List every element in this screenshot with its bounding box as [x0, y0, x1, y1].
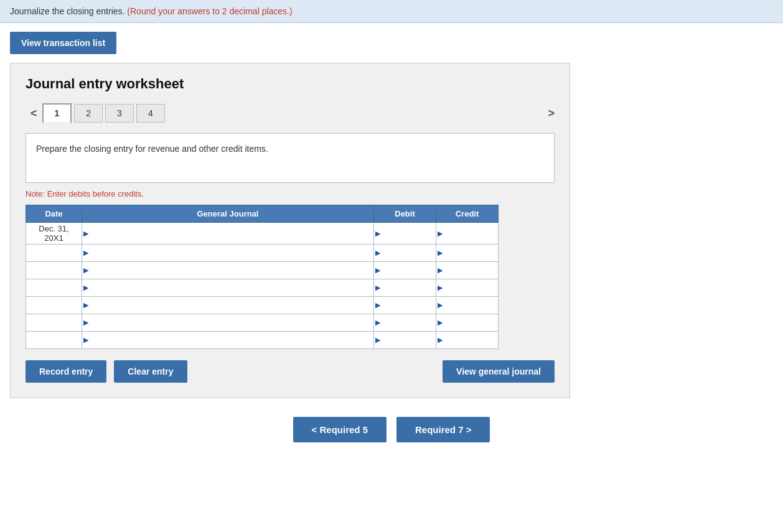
journal-input-2[interactable]: [90, 262, 372, 279]
tab-1[interactable]: 1: [42, 103, 72, 123]
credit-input-5[interactable]: [444, 314, 497, 331]
expand-arrow-journal-5[interactable]: ▶: [83, 319, 88, 327]
debit-cell-3[interactable]: ▶: [374, 279, 436, 297]
debit-cell-6[interactable]: ▶: [374, 332, 436, 349]
instruction-main: Journalize the closing entries.: [10, 6, 124, 16]
credit-input-4[interactable]: [444, 297, 497, 314]
expand-arrow-credit-1[interactable]: ▶: [438, 249, 443, 257]
credit-input-2[interactable]: [444, 262, 497, 279]
journal-input-5[interactable]: [90, 314, 372, 331]
date-cell-4: [26, 297, 82, 314]
credit-cell-1[interactable]: ▶: [436, 245, 499, 262]
credit-cell-6[interactable]: ▶: [436, 332, 499, 349]
table-row: ▶▶▶: [26, 245, 499, 262]
tab-2[interactable]: 2: [74, 104, 103, 123]
credit-cell-3[interactable]: ▶: [436, 279, 499, 297]
debit-input-0[interactable]: [382, 223, 434, 244]
debit-cell-2[interactable]: ▶: [374, 262, 436, 279]
expand-arrow-credit-5[interactable]: ▶: [438, 319, 443, 327]
expand-arrow-credit-2[interactable]: ▶: [438, 266, 443, 274]
journal-input-0[interactable]: [90, 223, 372, 244]
debit-cell-4[interactable]: ▶: [374, 297, 436, 314]
tab-4[interactable]: 4: [136, 104, 165, 123]
debit-input-2[interactable]: [382, 262, 434, 279]
journal-cell-4[interactable]: ▶: [82, 297, 374, 314]
expand-arrow-journal-0[interactable]: ▶: [83, 230, 88, 238]
date-cell-3: [26, 279, 82, 297]
expand-arrow-credit-3[interactable]: ▶: [438, 284, 443, 292]
table-row: ▶▶▶: [26, 314, 499, 332]
debit-input-3[interactable]: [382, 279, 434, 296]
debit-input-5[interactable]: [382, 314, 434, 331]
expand-arrow-journal-2[interactable]: ▶: [83, 266, 88, 274]
journal-input-1[interactable]: [90, 245, 372, 261]
journal-cell-6[interactable]: ▶: [82, 332, 374, 349]
date-cell-2: [26, 262, 82, 279]
credit-input-1[interactable]: [444, 245, 497, 261]
clear-entry-button[interactable]: Clear entry: [114, 360, 187, 383]
record-entry-button[interactable]: Record entry: [26, 360, 106, 383]
expand-arrow-debit-6[interactable]: ▶: [375, 336, 380, 344]
expand-arrow-debit-1[interactable]: ▶: [375, 249, 380, 257]
journal-input-3[interactable]: [90, 279, 372, 296]
expand-arrow-journal-3[interactable]: ▶: [83, 284, 88, 292]
debit-cell-1[interactable]: ▶: [374, 245, 436, 262]
note-text: Note: Enter debits before credits.: [26, 189, 555, 198]
expand-arrow-journal-1[interactable]: ▶: [83, 249, 88, 257]
instruction-text: Prepare the closing entry for revenue an…: [36, 144, 268, 154]
buttons-row: Record entry Clear entry View general jo…: [26, 360, 555, 383]
header-debit: Debit: [374, 205, 436, 223]
date-cell-6: [26, 332, 82, 349]
journal-cell-5[interactable]: ▶: [82, 314, 374, 332]
credit-input-6[interactable]: [444, 332, 497, 348]
expand-arrow-debit-4[interactable]: ▶: [375, 301, 380, 309]
journal-cell-0[interactable]: ▶: [82, 223, 374, 245]
journal-input-4[interactable]: [90, 297, 372, 314]
worksheet-container: Journal entry worksheet < 1 2 3 4 > Prep…: [10, 63, 570, 398]
expand-arrow-credit-4[interactable]: ▶: [438, 301, 443, 309]
view-general-journal-button[interactable]: View general journal: [443, 360, 555, 383]
credit-cell-5[interactable]: ▶: [436, 314, 499, 332]
journal-cell-1[interactable]: ▶: [82, 245, 374, 262]
round-note: (Round your answers to 2 decimal places.…: [127, 6, 292, 16]
debit-cell-5[interactable]: ▶: [374, 314, 436, 332]
credit-cell-4[interactable]: ▶: [436, 297, 499, 314]
table-row: Dec. 31, 20X1▶▶▶: [26, 223, 499, 245]
journal-cell-3[interactable]: ▶: [82, 279, 374, 297]
journal-cell-2[interactable]: ▶: [82, 262, 374, 279]
tab-3[interactable]: 3: [105, 104, 134, 123]
journal-input-6[interactable]: [90, 332, 372, 348]
expand-arrow-debit-2[interactable]: ▶: [375, 266, 380, 274]
expand-arrow-journal-6[interactable]: ▶: [83, 336, 88, 344]
table-row: ▶▶▶: [26, 279, 499, 297]
debit-input-6[interactable]: [382, 332, 434, 348]
expand-arrow-credit-6[interactable]: ▶: [438, 336, 443, 344]
expand-arrow-journal-4[interactable]: ▶: [83, 301, 88, 309]
date-cell-1: [26, 245, 82, 262]
debit-input-4[interactable]: [382, 297, 434, 314]
bottom-nav: < Required 5 Required 7 >: [0, 417, 783, 461]
table-row: ▶▶▶: [26, 297, 499, 314]
debit-input-1[interactable]: [382, 245, 434, 261]
expand-arrow-debit-5[interactable]: ▶: [375, 319, 380, 327]
table-row: ▶▶▶: [26, 332, 499, 349]
credit-input-3[interactable]: [444, 279, 497, 296]
required-5-button[interactable]: < Required 5: [293, 417, 387, 442]
instruction-box: Prepare the closing entry for revenue an…: [26, 133, 555, 183]
credit-cell-2[interactable]: ▶: [436, 262, 499, 279]
tab-prev-button[interactable]: <: [26, 105, 42, 123]
journal-table: Date General Journal Debit Credit Dec. 3…: [26, 205, 499, 349]
expand-arrow-credit-0[interactable]: ▶: [438, 230, 443, 238]
debit-cell-0[interactable]: ▶: [374, 223, 436, 245]
required-7-button[interactable]: Required 7 >: [396, 417, 490, 442]
tabs-row: < 1 2 3 4 >: [26, 103, 555, 123]
table-row: ▶▶▶: [26, 262, 499, 279]
expand-arrow-debit-3[interactable]: ▶: [375, 284, 380, 292]
tab-next-button[interactable]: >: [548, 107, 555, 120]
credit-input-0[interactable]: [444, 223, 497, 244]
header-date: Date: [26, 205, 82, 223]
credit-cell-0[interactable]: ▶: [436, 223, 499, 245]
expand-arrow-debit-0[interactable]: ▶: [375, 230, 380, 238]
view-transaction-button[interactable]: View transaction list: [10, 32, 116, 54]
instruction-bar: Journalize the closing entries. (Round y…: [0, 0, 783, 23]
